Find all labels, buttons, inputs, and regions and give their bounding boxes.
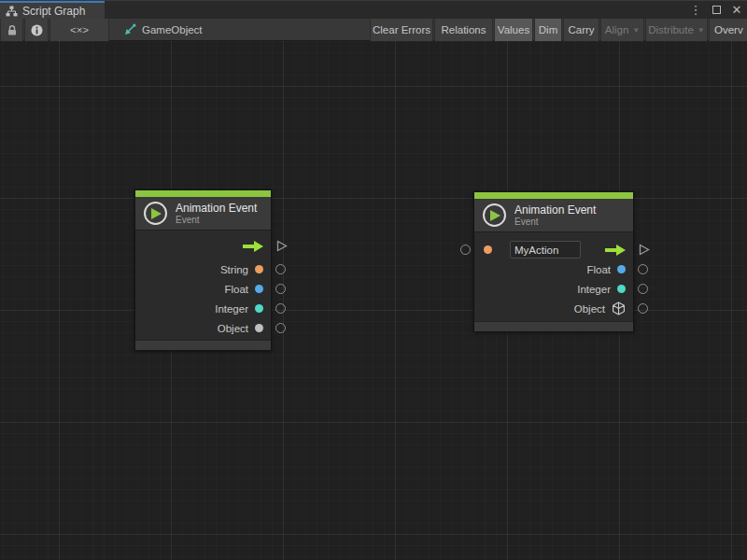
flow-arrow-icon: [243, 241, 263, 252]
distribute-button[interactable]: Distribute ▼: [645, 19, 708, 41]
values-button[interactable]: Values: [494, 19, 533, 41]
event-play-icon: [144, 202, 167, 225]
tab-script-graph[interactable]: Script Graph: [0, 1, 105, 20]
event-play-icon: [483, 203, 506, 227]
lock-button[interactable]: [0, 19, 23, 41]
float-port-dot: [255, 285, 263, 293]
integer-output-port[interactable]: [275, 303, 286, 314]
action-port-dot: [484, 245, 492, 254]
chevron-down-icon: ▼: [632, 26, 640, 35]
info-icon: [31, 24, 43, 36]
port-label: Integer: [215, 303, 248, 315]
align-label: Align: [605, 24, 629, 35]
string-port-dot: [255, 265, 263, 273]
cube-icon: [612, 301, 626, 315]
title-bar: Script Graph ⋮ ✕: [0, 0, 747, 19]
float-output-port[interactable]: [275, 284, 286, 294]
node-animation-event-2[interactable]: Animation Event Event: [473, 191, 634, 332]
node-title: Animation Event: [176, 202, 257, 215]
node-title: Animation Event: [514, 203, 596, 217]
code-view-toggle[interactable]: <×>: [49, 19, 109, 41]
node-accent-bar: [135, 190, 271, 197]
target-gameobject-icon: [123, 19, 136, 41]
toolbar: <×> GameObject Clear Errors Relations Va…: [0, 19, 747, 41]
distribute-label: Distribute: [648, 24, 694, 35]
port-label: Object: [574, 303, 605, 315]
node-header[interactable]: Animation Event Event: [135, 197, 271, 231]
port-label: Float: [224, 284, 248, 295]
overview-button[interactable]: Overv: [709, 19, 747, 41]
node-body: String Float Integer Object: [135, 231, 271, 340]
flow-output-port[interactable]: [639, 244, 650, 256]
code-view-icon: <×>: [70, 24, 89, 35]
flow-output-row: [135, 236, 271, 256]
node-subtitle: Event: [514, 217, 596, 228]
port-label: Object: [218, 323, 248, 334]
target-gameobject-label[interactable]: GameObject: [142, 19, 203, 41]
relations-button[interactable]: Relations: [434, 19, 493, 41]
maximize-icon[interactable]: [710, 1, 723, 20]
close-icon[interactable]: ✕: [730, 1, 743, 20]
output-row-integer: Integer: [474, 279, 633, 299]
integer-output-port[interactable]: [638, 284, 648, 294]
tab-title: Script Graph: [22, 5, 85, 18]
float-port-dot: [617, 265, 626, 273]
output-row-object: Object: [474, 299, 633, 318]
flow-output-port[interactable]: [276, 240, 288, 252]
action-input-port[interactable]: [460, 245, 471, 255]
node-subtitle: Event: [176, 215, 257, 226]
node-body: Float Integer Object: [474, 232, 633, 321]
chevron-down-icon: ▼: [698, 26, 705, 35]
integer-port-dot: [255, 304, 263, 313]
node-footer: [135, 340, 271, 350]
info-button[interactable]: [24, 19, 49, 41]
node-footer: [474, 321, 633, 331]
carry-button[interactable]: Carry: [563, 19, 599, 41]
object-port-dot: [255, 324, 263, 332]
float-output-port[interactable]: [638, 264, 648, 274]
object-output-port[interactable]: [638, 303, 648, 314]
integer-port-dot: [617, 285, 626, 293]
port-label: Integer: [577, 284, 611, 295]
output-row-object: Object: [135, 318, 271, 338]
action-name-field[interactable]: [510, 241, 581, 259]
graph-canvas[interactable]: Animation Event Event: [0, 41, 747, 560]
action-input-row: [474, 240, 633, 259]
clear-errors-button[interactable]: Clear Errors: [370, 19, 433, 41]
object-output-port[interactable]: [275, 323, 286, 333]
output-row-integer: Integer: [135, 299, 271, 318]
port-label: Float: [586, 264, 611, 275]
dim-button[interactable]: Dim: [534, 19, 562, 41]
output-row-float: Float: [135, 279, 271, 299]
node-animation-event-1[interactable]: Animation Event Event: [134, 189, 272, 351]
script-graph-window: Script Graph ⋮ ✕: [0, 0, 747, 560]
output-row-string: String: [135, 259, 271, 279]
flow-arrow-icon: [605, 245, 626, 256]
window-menu-icon[interactable]: ⋮: [689, 1, 702, 20]
output-row-float: Float: [474, 259, 633, 279]
align-button[interactable]: Align ▼: [600, 19, 644, 41]
lock-icon: [7, 24, 18, 36]
graph-icon: [6, 6, 18, 17]
node-header[interactable]: Animation Event Event: [474, 199, 633, 232]
node-accent-bar: [474, 192, 633, 199]
port-label: String: [220, 264, 248, 275]
string-output-port[interactable]: [275, 264, 286, 274]
